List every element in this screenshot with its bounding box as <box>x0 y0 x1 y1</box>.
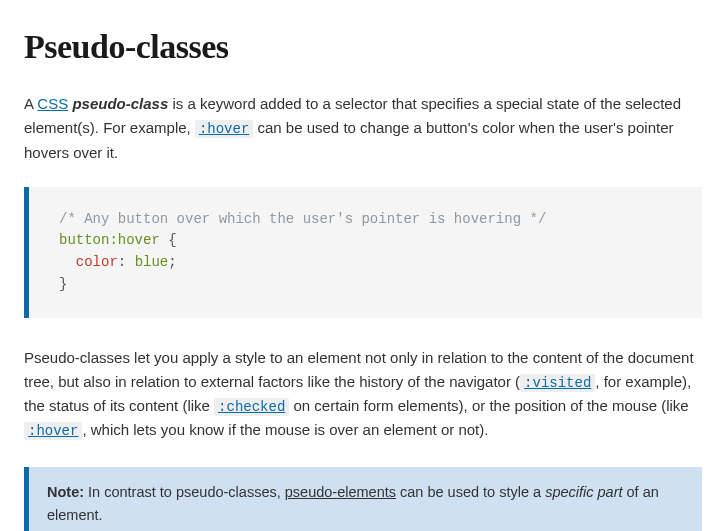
text: , which lets you know if the mouse is ov… <box>82 421 488 438</box>
hover-link[interactable]: :hover <box>195 119 253 136</box>
text: on certain form elements), or the positi… <box>289 397 688 414</box>
text: A <box>24 95 37 112</box>
code-indent <box>59 254 76 270</box>
code-property: color <box>76 254 118 270</box>
page-title: Pseudo-classes <box>24 20 702 74</box>
text: can be used to style a <box>396 484 545 500</box>
hover-code-2: :hover <box>24 422 82 440</box>
checked-link[interactable]: :checked <box>214 397 289 414</box>
term-pseudo-class: pseudo-class <box>72 95 168 112</box>
text: In contrast to pseudo-classes, <box>84 484 285 500</box>
code-semicolon: ; <box>168 254 176 270</box>
code-example: /* Any button over which the user's poin… <box>24 187 702 318</box>
checked-code: :checked <box>214 398 289 416</box>
css-link[interactable]: CSS <box>37 95 68 112</box>
note-emphasis: specific part <box>545 484 622 500</box>
intro-paragraph: A CSS pseudo-class is a keyword added to… <box>24 92 702 164</box>
hover-link-2[interactable]: :hover <box>24 421 82 438</box>
code-brace-close: } <box>59 276 67 292</box>
hover-code: :hover <box>195 120 253 138</box>
explanation-paragraph: Pseudo-classes let you apply a style to … <box>24 346 702 443</box>
code-value: blue <box>135 254 169 270</box>
visited-link[interactable]: :visited <box>520 373 595 390</box>
code-colon: : <box>118 254 135 270</box>
code-brace-open: { <box>160 232 177 248</box>
visited-code: :visited <box>520 374 595 392</box>
code-selector: button:hover <box>59 232 160 248</box>
note-box: Note: In contrast to pseudo-classes, pse… <box>24 467 702 531</box>
pseudo-elements-link[interactable]: pseudo-elements <box>285 484 396 500</box>
code-comment: /* Any button over which the user's poin… <box>59 211 546 227</box>
note-label: Note: <box>47 484 84 500</box>
